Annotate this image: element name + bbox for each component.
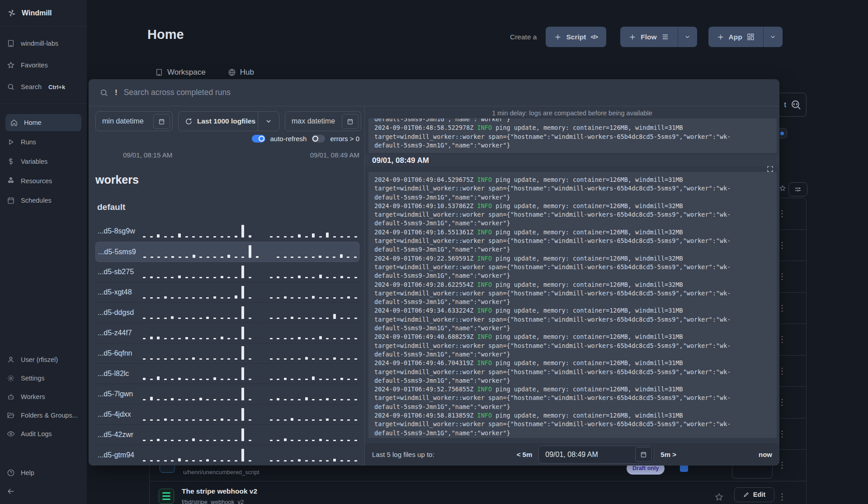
spark-bar [178,440,181,441]
worker-row[interactable]: ...d5-8sg9w [95,221,359,242]
sidebar-item-label: Settings [21,375,44,382]
edit-button[interactable]: Edit [734,487,774,502]
create-app-button[interactable]: App [708,27,783,47]
sidebar-item-search[interactable]: Search Ctrl+k [0,76,87,98]
arrow-left-icon [7,487,15,495]
spark-bar [192,297,195,299]
spark-bar [157,460,160,461]
calendar-picker-button[interactable] [342,114,359,129]
spark-bar [241,346,244,360]
sidebar-item-home[interactable]: Home [5,114,81,131]
sidebar-item-user[interactable]: User (rfiszel) [0,350,87,369]
sidebar-item-schedules[interactable]: Schedules [0,190,87,210]
bg-row-b[interactable]: The stripe webhook v2 f/bd/stripe_webhoo… [150,481,806,504]
spark-bar [185,399,188,400]
log-level: INFO [473,228,492,236]
log-level: INFO [473,412,492,419]
worker-row[interactable]: ...d5-6qfnn [95,343,359,364]
calendar-picker-button[interactable] [153,114,170,129]
globe-icon [228,68,236,76]
sidebar-item-favorites[interactable]: Favorites [0,54,87,76]
sidebar-item-label: Variables [21,158,47,165]
worker-row[interactable]: ...d5-ddgsd [95,303,359,323]
search-input[interactable] [124,88,769,97]
create-script-button[interactable]: Script </> [546,27,606,47]
spark-bar [171,256,174,258]
spark-bar [298,297,301,299]
sidebar-item-label: Audit Logs [21,430,52,437]
max-datetime-field[interactable]: max datetime [285,111,361,131]
worker-row[interactable]: ...d5-xgt48 [95,282,359,303]
worker-name: ...d5-4jdxx [98,410,143,418]
flow-dropdown-toggle[interactable] [678,27,697,47]
spark-bar [164,277,167,278]
spark-bar [143,318,146,319]
favorite-star-icon[interactable] [714,492,724,502]
errors-label: errors > 0 [330,135,359,143]
spark-bar [221,440,223,441]
spark-bar [340,399,343,400]
worker-row[interactable]: ...d5-5sms9 [95,242,359,262]
spark-bar [249,460,251,461]
sidebar-item-settings[interactable]: Settings [0,369,87,387]
worker-row[interactable]: ...d5-l82lc [95,364,359,384]
sidebar-item-help[interactable]: Help [0,463,87,482]
spark-bar [319,379,322,380]
spark-bar [221,399,223,400]
toggle-knob [259,136,264,142]
calendar-picker-button[interactable] [635,447,652,462]
worker-row[interactable]: ...d5-sb275 [95,262,359,282]
min-datetime-field[interactable]: min datetime [95,111,173,131]
spark-bar [206,236,209,238]
spark-bar [284,438,287,441]
logfiles-dropdown-toggle[interactable] [258,118,279,125]
spark-bar [178,318,181,319]
spark-bar [150,276,153,278]
spark-bar [235,440,237,441]
worker-row[interactable]: ...d5-z44f7 [95,323,359,343]
footer-datetime-input[interactable]: 09/01, 08:49 AM [538,446,654,464]
back-5m-button[interactable]: < 5m [517,451,533,458]
spark-bar [333,357,336,360]
worker-row[interactable]: ...d5-4jdxx [95,404,359,425]
spark-bar [312,233,315,238]
sidebar-item-audit-logs[interactable]: Audit Logs [0,424,87,443]
sidebar-item-variables[interactable]: Variables [0,152,87,171]
auto-refresh-toggle[interactable] [252,135,265,143]
now-button[interactable]: now [759,451,772,458]
app-dropdown-toggle[interactable] [763,27,783,47]
filter-settings-button[interactable] [788,182,807,196]
expand-icon[interactable] [766,165,774,173]
spark-bar [185,460,188,461]
sidebar-item-folders-groups[interactable]: Folders & Groups... [0,406,87,424]
worker-row[interactable]: ...d5-gtm94 [95,445,359,466]
log-line: 2024-09-01T06:49:10.537862Z INFO ping up… [374,202,771,210]
errors-toggle[interactable] [311,135,325,143]
spark-bar [199,297,202,299]
forward-5m-button[interactable]: 5m > [660,451,676,458]
flow-item-icon [159,489,174,504]
calendar-icon [347,118,354,125]
spark-bar [192,318,195,319]
spark-bar [221,358,223,360]
star-icon[interactable] [779,185,786,192]
worker-row[interactable]: ...d5-7lgwn [95,384,359,404]
tab-hub[interactable]: Hub [228,68,254,77]
spark-bar [185,419,188,421]
brand[interactable]: Windmill [0,0,87,26]
logfiles-select[interactable]: Last 1000 logfiles [178,111,279,131]
worker-row[interactable]: ...d5-42zwr [95,425,359,445]
create-flow-button[interactable]: Flow [620,27,697,47]
spark-bar [347,277,350,278]
kebab-menu-icon[interactable]: ⋮ [775,492,789,502]
sidebar-item-runs[interactable]: Runs [0,132,87,152]
spark-bar [284,296,287,299]
sidebar-item-resources[interactable]: Resources [0,171,87,190]
spark-bar [291,297,293,299]
sidebar-item-workspace[interactable]: windmill-labs [0,33,87,54]
spark-bar [199,460,202,461]
sidebar-collapse-button[interactable] [0,482,87,500]
sidebar-item-workers[interactable]: Workers [0,387,87,406]
spark-bar [298,379,301,380]
tab-workspace[interactable]: Workspace [155,68,206,77]
